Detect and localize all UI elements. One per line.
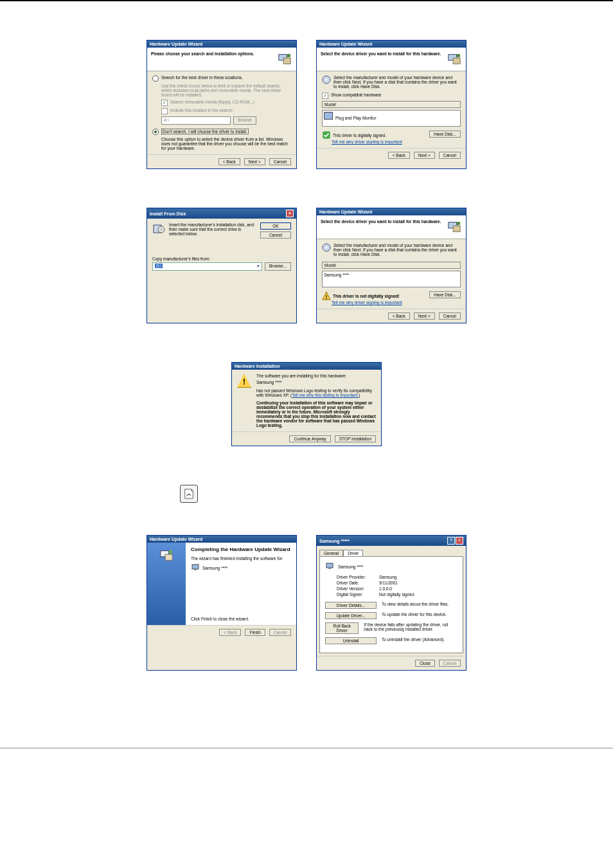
have-disk-button[interactable]: Have Disk... xyxy=(429,291,461,298)
note-icon xyxy=(180,485,198,503)
signed-icon xyxy=(322,131,331,140)
driver-details-button[interactable]: Driver Details... xyxy=(325,602,377,609)
cancel-button[interactable]: Cancel xyxy=(260,231,291,239)
svg-point-7 xyxy=(326,79,328,81)
model-header: Model xyxy=(322,262,461,269)
monitor-icon xyxy=(325,562,334,571)
browse-button[interactable]: Browse... xyxy=(265,262,291,271)
properties-dialog: Samsung ***** ? × General Driver Samsung… xyxy=(316,535,466,671)
cancel-button[interactable]: Cancel xyxy=(439,312,461,320)
next-button[interactable]: Next > xyxy=(244,158,265,165)
disc-icon xyxy=(322,75,331,84)
close-button[interactable]: Close xyxy=(415,660,435,667)
finish-button[interactable]: Finish xyxy=(245,629,265,636)
hardware-icon xyxy=(447,219,462,235)
title: Hardware Update Wizard xyxy=(150,537,202,541)
title: Hardware Update Wizard xyxy=(319,42,372,46)
have-disk-button[interactable]: Have Disk... xyxy=(429,131,461,138)
cancel-button[interactable]: Cancel xyxy=(439,152,461,159)
signing-link[interactable]: Tell me why driver signing is important xyxy=(332,140,402,144)
svg-rect-4 xyxy=(453,58,460,64)
titlebar: Samsung ***** ? × xyxy=(317,536,466,546)
titlebar: Hardware Update Wizard xyxy=(317,41,466,48)
hardware-installation-dialog: Hardware Installation ! The software you… xyxy=(231,362,382,446)
wizard-sidebar xyxy=(147,543,186,625)
rollback-button[interactable]: Roll Back Driver xyxy=(325,622,359,634)
svg-rect-23 xyxy=(194,569,197,570)
select-driver-dialog-1: Hardware Update Wizard Select the device… xyxy=(316,40,466,169)
close-icon[interactable]: × xyxy=(286,210,294,217)
svg-rect-24 xyxy=(326,563,333,568)
radio-dont-search[interactable] xyxy=(152,129,159,135)
update-driver-button[interactable]: Update Driver... xyxy=(325,612,377,619)
back-button: < Back xyxy=(219,629,241,636)
disc-icon xyxy=(322,243,331,252)
cancel-button[interactable]: Cancel xyxy=(269,158,291,165)
radio-search[interactable] xyxy=(152,75,159,82)
title: Hardware Update Wizard xyxy=(319,210,372,214)
svg-point-14 xyxy=(457,222,461,226)
heading: Select the device driver you want to ins… xyxy=(321,51,441,56)
check-location xyxy=(161,108,168,114)
svg-point-11 xyxy=(161,229,162,230)
titlebar: Install From Disk × xyxy=(147,208,296,219)
titlebar: Hardware Update Wizard xyxy=(147,536,296,543)
model-header: Model xyxy=(322,101,461,108)
uninstall-button[interactable]: Uninstall xyxy=(325,637,377,644)
tab-general[interactable]: General xyxy=(319,550,343,556)
titlebar: Hardware Update Wizard xyxy=(147,41,296,48)
ok-button[interactable]: OK xyxy=(260,222,291,230)
svg-rect-20 xyxy=(165,554,172,560)
next-button[interactable]: Next > xyxy=(414,312,435,320)
hardware-icon xyxy=(277,51,292,67)
help-icon[interactable]: ? xyxy=(447,537,455,545)
svg-point-2 xyxy=(287,54,291,58)
svg-point-16 xyxy=(326,247,328,249)
svg-point-5 xyxy=(457,54,461,58)
svg-rect-22 xyxy=(192,565,199,569)
path-field: A:\ xyxy=(161,116,231,125)
install-from-disk-dialog: Install From Disk × Insert the manufactu… xyxy=(147,208,297,323)
testing-link[interactable]: Tell me why this testing is important. xyxy=(292,393,359,397)
next-button[interactable]: Next > xyxy=(414,152,435,159)
titlebar: Hardware Update Wizard xyxy=(317,208,466,215)
disk-icon xyxy=(152,222,165,235)
browse-button: Browse xyxy=(233,116,256,125)
path-input[interactable]: D:\▾ xyxy=(152,262,262,271)
heading: Select the device driver you want to ins… xyxy=(321,219,441,224)
continue-button[interactable]: Continue Anyway xyxy=(289,435,330,442)
check-show-compat[interactable] xyxy=(322,93,328,99)
select-driver-dialog-2: Hardware Update Wizard Select the device… xyxy=(316,208,466,323)
svg-text:!: ! xyxy=(326,294,328,300)
title: Hardware Installation xyxy=(235,364,280,368)
back-button[interactable]: < Back xyxy=(388,312,410,320)
svg-point-21 xyxy=(169,550,173,554)
title: Hardware Update Wizard xyxy=(150,42,202,46)
check-removable xyxy=(161,100,168,106)
tab-driver[interactable]: Driver xyxy=(343,550,363,556)
cancel-button: Cancel xyxy=(269,629,291,636)
hardware-icon xyxy=(159,548,174,563)
heading: Please choose your search and installati… xyxy=(151,51,254,56)
cancel-button: Cancel xyxy=(439,660,461,667)
completing-dialog: Hardware Update Wizard Completing the Ha… xyxy=(147,535,297,671)
close-icon[interactable]: × xyxy=(456,537,463,545)
search-options-dialog: Hardware Update Wizard Please choose you… xyxy=(147,40,297,169)
model-list[interactable]: Samsung **** xyxy=(322,271,461,287)
title: Samsung ***** xyxy=(319,539,350,543)
warn-icon: ! xyxy=(322,291,331,300)
hardware-icon xyxy=(447,51,462,67)
svg-rect-25 xyxy=(328,568,331,569)
svg-rect-13 xyxy=(453,226,460,231)
warning-icon: ! xyxy=(237,374,251,428)
monitor-icon xyxy=(191,563,200,572)
stop-button[interactable]: STOP Installation xyxy=(335,435,376,442)
titlebar: Hardware Installation xyxy=(232,363,381,370)
title: Install From Disk xyxy=(150,212,186,216)
monitor-icon xyxy=(324,112,333,120)
back-button[interactable]: < Back xyxy=(388,152,410,159)
heading: Completing the Hardware Update Wizard xyxy=(191,547,291,552)
signing-link[interactable]: Tell me why driver signing is important xyxy=(332,300,402,305)
model-list[interactable]: Plug and Play Monitor xyxy=(322,110,461,127)
back-button[interactable]: < Back xyxy=(218,158,240,165)
